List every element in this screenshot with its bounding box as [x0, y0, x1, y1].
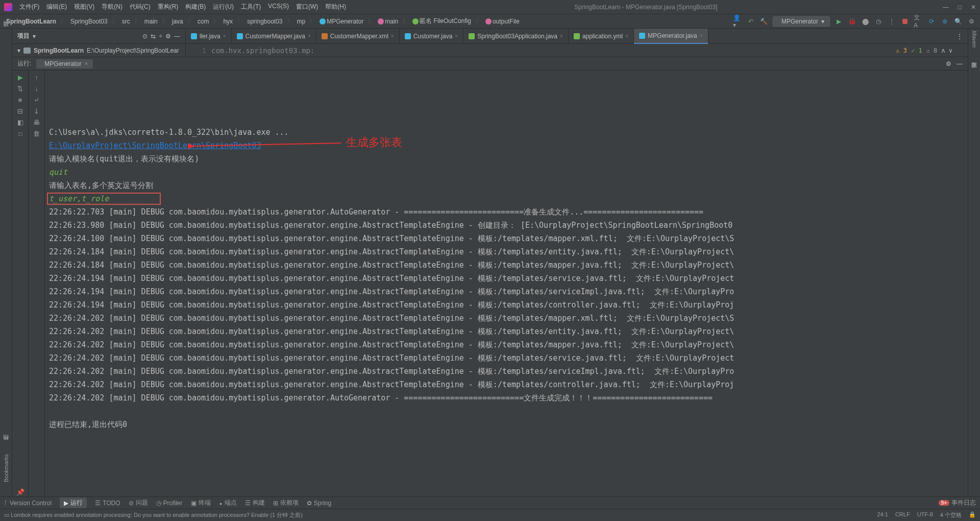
- editor-tab[interactable]: CustomerMapper.xml×: [316, 29, 400, 44]
- breadcrumb-item[interactable]: 匿名 FileOutConfig: [410, 16, 473, 27]
- down-icon[interactable]: ↓: [32, 84, 41, 93]
- editor-tab[interactable]: Customer.java×: [400, 29, 464, 44]
- back-icon[interactable]: ↶: [746, 17, 755, 26]
- rail-maven[interactable]: Maven: [971, 31, 977, 48]
- console-output[interactable]: 生成多张表 C:\Users\a\.jdks\corretto-1.8.0_32…: [45, 70, 968, 496]
- camera-icon[interactable]: ◧: [16, 117, 25, 127]
- menu-item[interactable]: 窗口(W): [293, 2, 321, 12]
- bottom-tab[interactable]: ⬥端点: [219, 499, 237, 507]
- bottom-tab[interactable]: ⊘问题: [129, 499, 148, 507]
- caret-position[interactable]: 24:1: [877, 511, 888, 519]
- search-icon[interactable]: 🔍: [953, 17, 963, 26]
- layout-icon[interactable]: ⊟: [16, 106, 25, 115]
- rail-bookmarks[interactable]: Bookmarks: [3, 454, 9, 482]
- more-run-icon[interactable]: ⋮: [887, 17, 896, 26]
- breadcrumb-item[interactable]: src: [120, 17, 132, 26]
- pin-icon[interactable]: 📌: [16, 487, 25, 496]
- bottom-tab[interactable]: ⊞依赖项: [273, 499, 299, 507]
- breadcrumb-item[interactable]: main: [376, 17, 400, 26]
- status-message[interactable]: ▭ Lombok requires enabled annotation pro…: [4, 511, 303, 519]
- exit-icon[interactable]: ⏍: [16, 129, 25, 138]
- profile-icon[interactable]: ◷: [874, 17, 883, 26]
- coverage-icon[interactable]: ⬤: [861, 17, 870, 26]
- event-log-tab[interactable]: 9+事件日志: [939, 499, 976, 507]
- menu-item[interactable]: 编辑(E): [43, 2, 70, 12]
- breadcrumb-item[interactable]: SpringBoot03: [68, 17, 110, 26]
- expand-icon[interactable]: ⇆: [151, 33, 156, 40]
- close-tab-icon[interactable]: ×: [700, 33, 703, 38]
- close-tab-icon[interactable]: ×: [560, 33, 563, 39]
- readonly-lock-icon[interactable]: 🔒: [969, 511, 976, 519]
- gear-icon[interactable]: ⚙: [967, 17, 976, 26]
- translate-icon[interactable]: 文A: [914, 17, 923, 26]
- menu-item[interactable]: 视图(V): [71, 2, 97, 12]
- hide-icon[interactable]: —: [174, 33, 180, 40]
- line-separator[interactable]: CRLF: [895, 511, 910, 519]
- editor-tab[interactable]: MPGenerator.java×: [634, 29, 708, 44]
- editor-first-line[interactable]: 1 com.hvx.springboot03.mp: ⚠ 3 ✓ 1 ⚠ 8 ʌ…: [186, 46, 968, 55]
- bottom-tab[interactable]: ☰构建: [245, 499, 265, 507]
- gear-icon[interactable]: ⚙: [946, 60, 951, 67]
- add-user-icon[interactable]: 👤▾: [733, 17, 742, 26]
- menu-item[interactable]: 工具(T): [238, 2, 264, 12]
- run-icon[interactable]: ▶: [834, 17, 843, 26]
- up-icon[interactable]: ↑: [32, 73, 41, 82]
- breadcrumb-item[interactable]: mp: [295, 17, 308, 26]
- editor-tab[interactable]: ller.java×: [186, 29, 232, 44]
- close-icon[interactable]: ✕: [971, 4, 976, 11]
- stop-icon[interactable]: ■: [16, 95, 25, 104]
- close-tab-icon[interactable]: ×: [455, 33, 458, 39]
- editor-tab[interactable]: SpringBoot03Application.java×: [463, 29, 569, 44]
- bottom-tab[interactable]: ▣终端: [191, 499, 211, 507]
- scroll-icon[interactable]: ⤓: [32, 106, 41, 115]
- editor-inspections[interactable]: ⚠ 3 ✓ 1 ⚠ 8 ʌ ∨: [896, 47, 952, 54]
- editor-tab[interactable]: CustomerMapper.java×: [232, 29, 316, 44]
- breadcrumb-item[interactable]: MPGenerator: [317, 17, 365, 26]
- gear-icon[interactable]: ⚙: [165, 33, 171, 40]
- bottom-tab[interactable]: ◷Profiler: [156, 500, 183, 507]
- bottom-tab[interactable]: ☰TODO: [95, 500, 120, 507]
- cwm-icon[interactable]: ⊕: [940, 17, 949, 26]
- project-tree-root[interactable]: ▾ SpringBootLearn E:\OurplayProject\Spri…: [12, 44, 186, 57]
- locate-icon[interactable]: ⊙: [142, 33, 148, 40]
- clear-icon[interactable]: 🗑: [32, 129, 41, 138]
- wrap-icon[interactable]: ⤶: [32, 95, 41, 104]
- breadcrumb-item[interactable]: java: [170, 17, 185, 26]
- menu-item[interactable]: 文件(F): [16, 2, 42, 12]
- breadcrumb-item[interactable]: outputFile: [483, 17, 522, 26]
- close-tab-icon[interactable]: ×: [84, 60, 88, 67]
- file-encoding[interactable]: UTF-8: [917, 511, 933, 519]
- bottom-tab[interactable]: ᚶVersion Control: [4, 500, 52, 507]
- breadcrumb-item[interactable]: springboot03: [245, 17, 284, 26]
- menu-item[interactable]: 代码(C): [127, 2, 154, 12]
- close-tab-icon[interactable]: ×: [391, 33, 394, 39]
- bottom-tab[interactable]: ✿Spring: [307, 500, 332, 507]
- run-config-selector[interactable]: MPGenerator ▾: [773, 16, 830, 27]
- menu-item[interactable]: 重构(R): [155, 2, 182, 12]
- menu-item[interactable]: 运行(U): [210, 2, 237, 12]
- menu-item[interactable]: 导航(N): [99, 2, 126, 12]
- close-tab-icon[interactable]: ×: [223, 33, 226, 39]
- editor-tab[interactable]: application.yml×: [569, 29, 634, 44]
- breadcrumb-item[interactable]: SpringBootLearn: [4, 17, 58, 26]
- run-tab[interactable]: MPGenerator ×: [36, 59, 93, 68]
- indent-info[interactable]: 4 个空格: [940, 511, 962, 519]
- breadcrumb-item[interactable]: hyx: [221, 17, 235, 26]
- close-tab-icon[interactable]: ×: [308, 33, 311, 39]
- more-tabs-icon[interactable]: ⋮: [957, 33, 963, 40]
- sync-icon[interactable]: ⟳: [927, 17, 936, 26]
- breadcrumb-item[interactable]: main: [142, 17, 160, 26]
- debug-icon[interactable]: 🐞: [847, 17, 856, 26]
- print-icon[interactable]: 🖶: [32, 117, 41, 127]
- breadcrumb-item[interactable]: com: [195, 17, 211, 26]
- minimize-icon[interactable]: —: [943, 4, 949, 11]
- rerun-icon[interactable]: ▶: [16, 73, 25, 82]
- close-tab-icon[interactable]: ×: [625, 33, 628, 39]
- menu-item[interactable]: VCS(S): [265, 2, 292, 12]
- project-panel-header[interactable]: 项目 ▾ ⊙ ⇆ ÷ ⚙ —: [12, 29, 186, 43]
- collapse-icon[interactable]: ÷: [159, 33, 162, 40]
- menu-item[interactable]: 帮助(H): [322, 2, 349, 12]
- maximize-icon[interactable]: □: [958, 4, 962, 11]
- attach-icon[interactable]: ⇅: [16, 84, 25, 93]
- menu-item[interactable]: 构建(B): [182, 2, 209, 12]
